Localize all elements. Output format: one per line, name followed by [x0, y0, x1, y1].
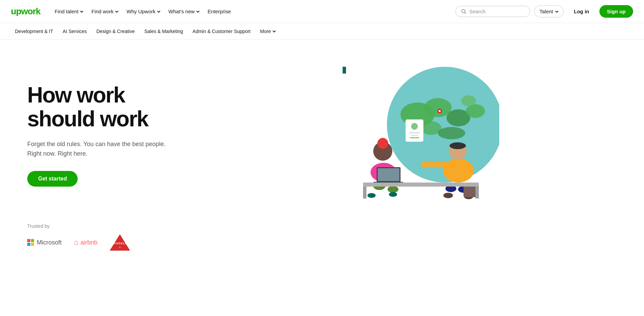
search-icon	[461, 9, 467, 14]
bissell-logo: BISSELL ®	[110, 234, 130, 251]
svg-rect-26	[378, 168, 399, 181]
chevron-down-icon	[157, 10, 160, 13]
logo[interactable]: upwork	[11, 6, 40, 17]
subnav-admin-support[interactable]: Admin & Customer Support	[188, 26, 254, 37]
subnav: Development & IT AI Services Design & Cr…	[0, 23, 644, 40]
svg-point-21	[388, 186, 398, 193]
bissell-registered: ®	[119, 247, 121, 249]
navbar: upwork Find talent Find work Why Upwork …	[0, 0, 644, 23]
svg-rect-38	[363, 183, 479, 187]
chevron-down-icon	[80, 10, 83, 13]
airbnb-icon: ⌂	[74, 238, 78, 247]
hero-subtitle: Forget the old rules. You can have the b…	[27, 139, 225, 159]
get-started-button[interactable]: Get started	[27, 171, 78, 187]
logo-text: upwork	[11, 6, 40, 17]
nav-why-upwork[interactable]: Why Upwork	[123, 6, 164, 17]
subnav-design-creative[interactable]: Design & Creative	[92, 26, 139, 37]
nav-links: Find talent Find work Why Upwork What's …	[51, 6, 453, 17]
chevron-down-icon	[196, 10, 200, 13]
svg-point-4	[424, 98, 452, 117]
login-button[interactable]: Log in	[568, 5, 595, 17]
svg-rect-14	[409, 132, 420, 133]
airbnb-logo: ⌂ airbnb	[74, 238, 97, 247]
svg-point-19	[377, 138, 388, 149]
hero-illustration	[225, 63, 617, 206]
subnav-sales-marketing[interactable]: Sales & Marketing	[140, 26, 187, 37]
nav-right: Search Talent Log in Sign up	[455, 5, 633, 18]
hero-content: How work should work Forget the old rule…	[27, 83, 225, 187]
search-bar[interactable]: Search	[455, 6, 530, 17]
svg-point-34	[443, 193, 453, 198]
svg-rect-39	[363, 187, 366, 199]
svg-point-11	[439, 110, 441, 112]
nav-whats-new[interactable]: What's new	[165, 6, 203, 17]
chevron-down-icon	[555, 10, 559, 13]
subnav-more[interactable]: More	[256, 26, 280, 37]
bissell-text: BISSELL	[113, 242, 127, 245]
trusted-logos: Microsoft ⌂ airbnb BISSELL ®	[27, 234, 617, 251]
trusted-section: Trusted by Microsoft ⌂ airbnb BISSELL ®	[0, 223, 644, 264]
nav-enterprise[interactable]: Enterprise	[204, 6, 234, 17]
trusted-label: Trusted by	[27, 223, 617, 229]
svg-point-24	[389, 192, 397, 197]
svg-point-9	[461, 95, 476, 106]
svg-point-0	[462, 9, 465, 13]
chevron-down-icon	[272, 30, 276, 33]
talent-dropdown[interactable]: Talent	[534, 5, 564, 17]
svg-rect-40	[475, 187, 479, 199]
svg-rect-15	[411, 135, 418, 136]
hero-svg	[343, 67, 499, 203]
subnav-dev-it[interactable]: Development & IT	[11, 26, 57, 37]
nav-find-work[interactable]: Find work	[88, 6, 122, 17]
svg-point-7	[438, 127, 465, 139]
svg-rect-16	[410, 137, 419, 138]
svg-point-8	[466, 104, 485, 118]
chevron-down-icon	[115, 10, 119, 13]
nav-find-talent[interactable]: Find talent	[51, 6, 87, 17]
subnav-ai-services[interactable]: AI Services	[59, 26, 91, 37]
svg-line-1	[465, 12, 466, 14]
svg-rect-12	[406, 120, 423, 142]
microsoft-icon	[27, 239, 34, 246]
svg-point-13	[411, 123, 418, 130]
hero-section: How work should work Forget the old rule…	[0, 40, 644, 223]
microsoft-logo: Microsoft	[27, 239, 62, 246]
svg-point-23	[367, 193, 376, 198]
svg-rect-22	[343, 67, 346, 74]
hero-title: How work should work	[27, 83, 225, 131]
signup-button[interactable]: Sign up	[599, 5, 633, 18]
svg-rect-31	[421, 162, 458, 167]
search-input-placeholder: Search	[469, 9, 486, 14]
svg-point-30	[450, 142, 466, 149]
